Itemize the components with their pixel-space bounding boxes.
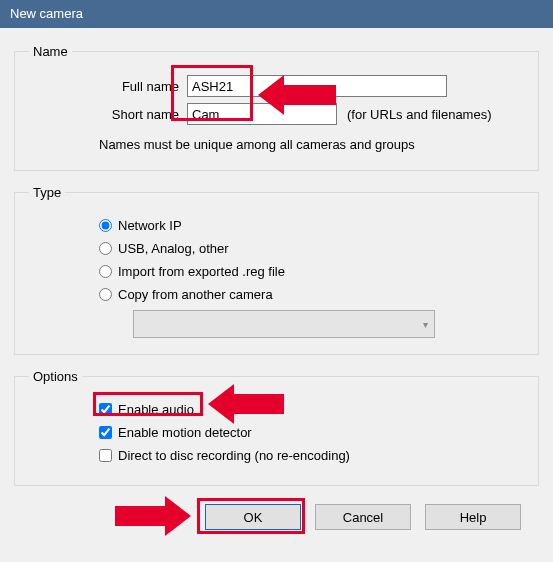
group-name-legend: Name [29, 44, 72, 59]
name-uniqueness-note: Names must be unique among all cameras a… [99, 137, 524, 152]
arrow-to-ok-button [115, 496, 191, 536]
radio-usb-label: USB, Analog, other [118, 241, 229, 256]
button-bar: OK Cancel Help [14, 500, 539, 530]
titlebar: New camera [0, 0, 553, 28]
checkbox-direct-disc-input[interactable] [99, 449, 112, 462]
radio-copy-input[interactable] [99, 288, 112, 301]
checkbox-direct-disc-label: Direct to disc recording (no re-encoding… [118, 448, 350, 463]
checkbox-enable-audio[interactable]: Enable audio [99, 402, 524, 417]
radio-usb[interactable]: USB, Analog, other [99, 241, 524, 256]
radio-import-input[interactable] [99, 265, 112, 278]
full-name-input[interactable] [187, 75, 447, 97]
group-name: Name Full name Short name (for URLs and … [14, 44, 539, 171]
radio-network-ip-label: Network IP [118, 218, 182, 233]
checkbox-enable-motion-label: Enable motion detector [118, 425, 252, 440]
full-name-label: Full name [29, 79, 187, 94]
radio-import[interactable]: Import from exported .reg file [99, 264, 524, 279]
copy-camera-dropdown[interactable]: ▾ [133, 310, 435, 338]
ok-button[interactable]: OK [205, 504, 301, 530]
checkbox-enable-motion-input[interactable] [99, 426, 112, 439]
checkbox-enable-audio-label: Enable audio [118, 402, 194, 417]
radio-import-label: Import from exported .reg file [118, 264, 285, 279]
group-options-legend: Options [29, 369, 82, 384]
radio-network-ip-input[interactable] [99, 219, 112, 232]
url-hint: (for URLs and filenames) [347, 107, 492, 122]
radio-copy-label: Copy from another camera [118, 287, 273, 302]
cancel-button[interactable]: Cancel [315, 504, 411, 530]
group-type-legend: Type [29, 185, 65, 200]
short-name-label: Short name [29, 107, 187, 122]
group-options: Options Enable audio Enable motion detec… [14, 369, 539, 486]
group-type: Type Network IP USB, Analog, other Impor… [14, 185, 539, 355]
dialog-content: Name Full name Short name (for URLs and … [0, 28, 553, 542]
radio-copy[interactable]: Copy from another camera [99, 287, 524, 302]
chevron-down-icon: ▾ [423, 319, 428, 330]
checkbox-enable-motion[interactable]: Enable motion detector [99, 425, 524, 440]
radio-usb-input[interactable] [99, 242, 112, 255]
help-button[interactable]: Help [425, 504, 521, 530]
window-title: New camera [10, 6, 83, 21]
short-name-input[interactable] [187, 103, 337, 125]
radio-network-ip[interactable]: Network IP [99, 218, 524, 233]
checkbox-enable-audio-input[interactable] [99, 403, 112, 416]
new-camera-dialog: New camera Name Full name Short name (fo… [0, 0, 553, 562]
checkbox-direct-disc[interactable]: Direct to disc recording (no re-encoding… [99, 448, 524, 463]
